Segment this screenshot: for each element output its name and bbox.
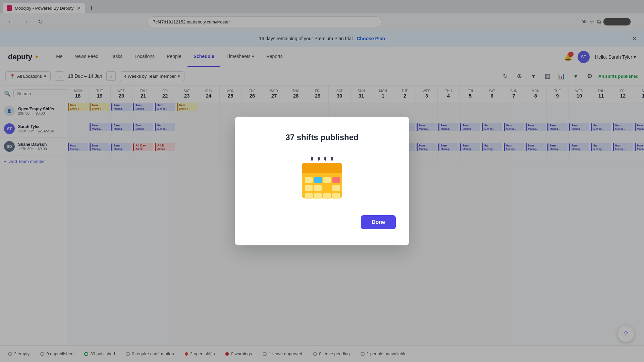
svg-rect-7 — [305, 185, 313, 191]
svg-rect-11 — [305, 193, 313, 199]
publish-success-modal: 37 shifts published — [235, 117, 409, 245]
svg-rect-13 — [323, 193, 331, 199]
modal-overlay: 37 shifts published — [0, 0, 644, 362]
modal-footer: Done — [248, 215, 396, 229]
svg-rect-14 — [332, 193, 340, 199]
modal-title: 37 shifts published — [285, 133, 358, 142]
svg-rect-3 — [305, 177, 313, 183]
svg-rect-4 — [314, 177, 322, 183]
modal-calendar-illustration — [297, 153, 347, 204]
svg-rect-9 — [323, 185, 331, 191]
svg-rect-12 — [314, 193, 322, 199]
done-button[interactable]: Done — [361, 215, 396, 229]
svg-rect-6 — [332, 177, 340, 183]
svg-rect-8 — [314, 185, 322, 191]
svg-rect-10 — [332, 185, 340, 191]
svg-rect-5 — [323, 177, 331, 183]
svg-rect-2 — [302, 168, 342, 173]
